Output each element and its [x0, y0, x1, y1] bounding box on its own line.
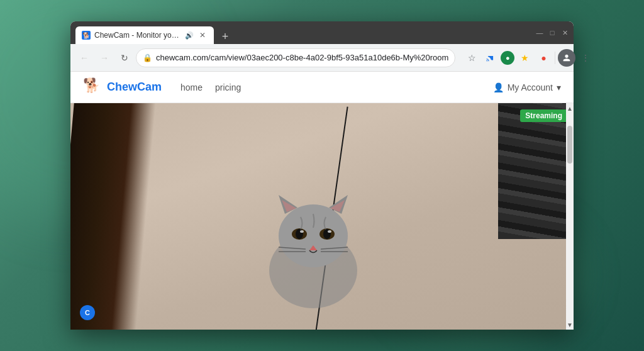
new-tab-button[interactable]: +	[218, 29, 233, 44]
account-icon: 👤	[493, 82, 504, 92]
site-nav: 🐕 ChewCam home pricing 👤 My Account ▾	[70, 72, 574, 103]
back-button[interactable]: ←	[75, 49, 93, 67]
close-button[interactable]: ✕	[561, 29, 569, 36]
tab-area: ChewCam - Monitor your p... 🔊 ✕ +	[75, 21, 536, 44]
logo-icon: 🐕	[83, 77, 103, 98]
cat-figure	[231, 132, 395, 323]
svg-point-10	[300, 230, 304, 233]
logo-text: ChewCam	[107, 81, 162, 94]
toolbar-divider	[555, 52, 555, 64]
window-controls: — □ ✕	[536, 29, 569, 36]
bookmark-button[interactable]: ☆	[463, 49, 480, 67]
scroll-down-button[interactable]: ▼	[566, 320, 574, 330]
site-nav-links: home pricing	[180, 82, 241, 92]
recording-indicator[interactable]: C	[80, 305, 95, 320]
nav-pricing[interactable]: pricing	[215, 82, 241, 92]
url-text: chewcam.com/cam/view/03aec200-c8be-4a02-…	[156, 53, 448, 62]
forward-button[interactable]: →	[96, 49, 113, 67]
scrollbar[interactable]: ▲ ▼	[566, 103, 574, 330]
title-bar: ChewCam - Monitor your p... 🔊 ✕ + — □ ✕	[70, 21, 574, 44]
tab-audio-icon: 🔊	[185, 31, 194, 40]
tab-favicon	[82, 31, 91, 40]
browser-window: ChewCam - Monitor your p... 🔊 ✕ + — □ ✕ …	[70, 21, 574, 330]
url-bar[interactable]: 🔒 chewcam.com/cam/view/03aec200-c8be-4a0…	[136, 48, 455, 67]
streaming-badge: Streaming	[520, 109, 567, 122]
scroll-thumb[interactable]	[567, 126, 572, 164]
address-bar: ← → ↻ 🔒 chewcam.com/cam/view/03aec200-c8…	[70, 44, 574, 72]
maximize-button[interactable]: □	[548, 29, 556, 36]
menu-button[interactable]: ⋮	[577, 49, 594, 67]
scroll-up-button[interactable]: ▲	[566, 103, 574, 113]
extension1-button[interactable]: ●	[501, 51, 514, 65]
active-tab[interactable]: ChewCam - Monitor your p... 🔊 ✕	[75, 26, 214, 44]
minimize-button[interactable]: —	[536, 29, 543, 36]
reload-button[interactable]: ↻	[116, 49, 133, 67]
tab-close-button[interactable]: ✕	[197, 30, 208, 40]
profile-button[interactable]	[558, 49, 575, 67]
cast-button[interactable]	[482, 49, 499, 67]
website-content: 🐕 ChewCam home pricing 👤 My Account ▾	[70, 72, 574, 330]
account-chevron: ▾	[557, 82, 561, 92]
stripes-right	[498, 103, 574, 239]
nav-home[interactable]: home	[180, 82, 203, 92]
svg-point-11	[328, 230, 331, 233]
extension3-button[interactable]: ●	[535, 49, 552, 67]
site-logo[interactable]: 🐕 ChewCam	[83, 77, 162, 98]
video-container: Streaming C ▲ ▼	[70, 103, 574, 330]
my-account-label: My Account	[508, 82, 553, 92]
lock-icon: 🔒	[143, 53, 152, 62]
tab-title: ChewCam - Monitor your p...	[94, 31, 181, 40]
my-account-button[interactable]: 👤 My Account ▾	[493, 82, 561, 92]
extension2-button[interactable]: ★	[516, 49, 533, 67]
video-scene: Streaming C	[70, 103, 574, 330]
url-actions: ☆ ● ★ ● ⋮	[463, 49, 594, 67]
